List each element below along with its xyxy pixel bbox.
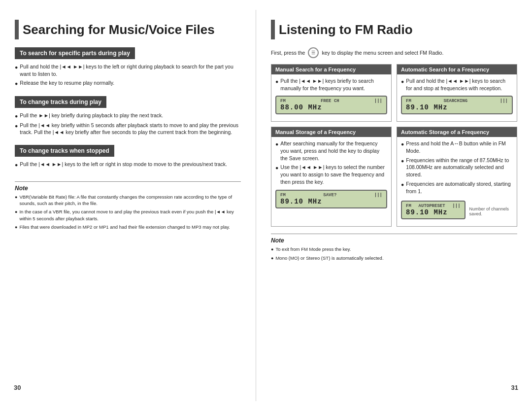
auto-search-lcd: FM SEARCHING ||| 89.10 MHz	[401, 96, 513, 114]
section-search-specific: To search for specific parts during play…	[15, 47, 241, 89]
right-note-2: ● Mono (MO) or Stereo (ST) is automatica…	[271, 255, 517, 262]
fm-intro-text: First, press the ☰ key to display the me…	[271, 47, 517, 58]
bullet-search-2: ● Release the key to resume play normall…	[15, 79, 241, 87]
section-change-play: To change tracks during play ● Pull the …	[15, 96, 241, 138]
title-bar-decoration	[15, 20, 19, 39]
lcd-bars-1: |||	[374, 99, 382, 103]
section-change-stopped: To change tracks when stopped ● Pull the…	[15, 145, 241, 171]
lcd-freq-3: 89.10 MHz	[280, 198, 382, 206]
manual-search-card: Manual Search for a Frequency ● Pull the…	[271, 64, 392, 122]
lcd-bars-4: |||	[452, 204, 460, 208]
left-note-title: Note	[15, 185, 241, 192]
right-note-1: ● To exit from FM Mode press the key.	[271, 246, 517, 253]
bullet-change-stopped-1: ● Pull the |◄◄ ►►| keys to the left or r…	[15, 161, 241, 169]
right-page: Listening to FM Radio First, press the ☰…	[256, 10, 532, 401]
left-title-text: Searching for Music/Voice Files	[23, 22, 215, 37]
manual-storage-bullet-2: ● Use the |◄◄ ►►| keys to select the num…	[275, 164, 387, 185]
lcd-free-ch: FREE CH	[321, 99, 339, 103]
auto-storage-bullet-2: ● Frequencies within the range of 87.50M…	[401, 157, 513, 178]
left-note-3: ● Files that were downloaded in MP2 or M…	[15, 224, 241, 231]
right-title-text: Listening to FM Radio	[279, 22, 413, 37]
lcd-freq-4: 89.10 MHz	[406, 208, 461, 216]
right-note: Note ● To exit from FM Mode press the ke…	[271, 234, 517, 263]
left-page-title: Searching for Music/Voice Files	[15, 20, 241, 39]
auto-storage-header: Automatic Storage of a Frequency	[397, 127, 517, 137]
bullet-search-1: ● Pull and hold the |◄◄ ►►| keys to the …	[15, 63, 241, 77]
manual-search-header: Manual Search for a Frequency	[271, 65, 391, 74]
lcd-caption: Number of channels saved.	[469, 206, 513, 216]
lcd-fm-label-3: FM	[280, 193, 286, 198]
bullet-change-play-1: ● Pull the ►►| key briefly during playba…	[15, 112, 241, 120]
left-page-number: 30	[14, 384, 21, 391]
auto-storage-lcd: FM AUTOPRESET ||| 89.10 MHz	[401, 201, 466, 219]
lcd-fm-label: FM	[280, 99, 286, 103]
bullet-change-play-2: ● Pull the |◄◄ key briefly within 5 seco…	[15, 122, 241, 136]
auto-storage-bullet-3: ● Frequencies are automatically stored, …	[401, 180, 513, 195]
left-note-1: ● VBR(Variable Bit Rate) file: A file th…	[15, 194, 241, 207]
left-page: Searching for Music/Voice Files To searc…	[0, 10, 256, 401]
left-note: Note ● VBR(Variable Bit Rate) file: A fi…	[15, 181, 241, 233]
auto-search-card: Automatic Search for a Frequency ● Pull …	[397, 64, 517, 122]
lcd-freq-1: 88.00 MHz	[280, 103, 382, 111]
manual-storage-header: Manual Storage of a Frequency	[271, 127, 391, 137]
manual-storage-card: Manual Storage of a Frequency ● After se…	[271, 127, 392, 227]
manual-storage-bullet-1: ● After searching manually for the frequ…	[275, 140, 387, 162]
section-header-search: To search for specific parts during play	[15, 47, 135, 59]
right-title-bar-decoration	[271, 20, 275, 39]
right-page-title: Listening to FM Radio	[271, 20, 517, 39]
manual-search-bullet: ● Pull the |◄◄ ►►| keys briefly to searc…	[275, 77, 387, 92]
auto-storage-card: Automatic Storage of a Frequency ● Press…	[397, 127, 517, 227]
auto-storage-lcd-group: FM AUTOPRESET ||| 89.10 MHz Number of ch…	[401, 197, 513, 223]
right-note-title: Note	[271, 237, 517, 244]
right-page-number: 31	[511, 384, 518, 391]
lcd-freq-2: 89.10 MHz	[406, 103, 508, 111]
lcd-fm-label-2: FM	[406, 99, 411, 103]
lcd-save: SAVE?	[323, 193, 336, 198]
auto-storage-bullet-1: ● Press and hold the A↔B button while in…	[401, 140, 513, 154]
section-header-change-play: To change tracks during play	[15, 96, 106, 108]
auto-search-bullet: ● Pull and hold the |◄◄ ►►| keys to sear…	[401, 77, 513, 92]
lcd-fm-label-4: FM	[406, 204, 411, 208]
manual-search-lcd: FM FREE CH ||| 88.00 MHz	[275, 96, 387, 114]
lcd-autopreset: AUTOPRESET	[419, 204, 445, 208]
menu-icon: ☰	[308, 47, 319, 58]
section-header-change-stopped: To change tracks when stopped	[15, 145, 114, 157]
fm-sections-grid: Manual Search for a Frequency ● Pull the…	[271, 64, 517, 227]
auto-search-header: Automatic Search for a Frequency	[397, 65, 517, 74]
left-note-2: ● In the case of a VBR file, you cannot …	[15, 208, 241, 222]
lcd-searching: SEARCHING	[444, 99, 468, 103]
manual-storage-lcd: FM SAVE? ||| 89.10 MHz	[275, 190, 387, 208]
lcd-bars-2: |||	[500, 99, 508, 103]
lcd-bars-3: |||	[374, 193, 382, 198]
